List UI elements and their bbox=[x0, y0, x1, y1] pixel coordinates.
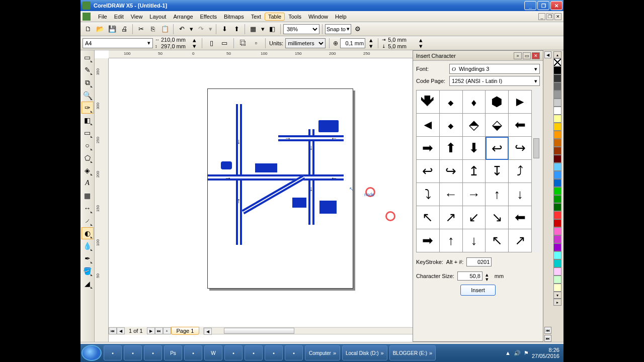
glyph-cell[interactable]: ↗ bbox=[440, 206, 463, 229]
doc-minimize-button[interactable]: _ bbox=[538, 13, 545, 20]
glyph-cell[interactable]: ⤴ bbox=[509, 160, 532, 183]
glyph-cell[interactable]: ⬅ bbox=[509, 206, 532, 229]
menu-file[interactable]: File bbox=[95, 13, 111, 21]
menu-tools[interactable]: Tools bbox=[285, 13, 305, 21]
menu-window[interactable]: Window bbox=[305, 13, 332, 21]
paper-size-select[interactable]: A4▾ bbox=[83, 38, 153, 48]
size-up[interactable]: ▴ bbox=[486, 272, 492, 276]
nudge-down[interactable]: ▾ bbox=[367, 43, 374, 49]
glyph-cell[interactable]: ↪ bbox=[440, 160, 463, 183]
page-prev-button[interactable]: ◀ bbox=[117, 327, 125, 334]
current-page-button[interactable]: ▫ bbox=[251, 38, 262, 49]
glyph-cell[interactable]: 🢃 bbox=[417, 90, 440, 114]
page-add-button[interactable]: + bbox=[163, 327, 171, 334]
cut-button[interactable]: ✂ bbox=[135, 24, 146, 35]
close-button[interactable]: ✕ bbox=[550, 1, 562, 10]
color-swatch[interactable] bbox=[553, 251, 561, 259]
snap-select[interactable]: Snap to ▾ bbox=[325, 24, 351, 34]
glyph-cell[interactable]: ↩ bbox=[417, 160, 440, 183]
width-spinner-down[interactable]: ▾ bbox=[190, 43, 198, 49]
docker-nav-first[interactable]: ⏮ bbox=[544, 327, 551, 334]
nudge-input[interactable] bbox=[340, 38, 365, 48]
glyph-cell[interactable]: ➡ bbox=[417, 137, 440, 160]
dup-x[interactable]: 5,0 mm bbox=[388, 37, 415, 43]
taskbar-label[interactable]: Computer » bbox=[305, 345, 340, 360]
color-swatch[interactable] bbox=[553, 90, 561, 99]
insert-button[interactable]: Insert bbox=[460, 285, 496, 296]
taskbar-app[interactable]: ▪ bbox=[184, 345, 202, 360]
portrait-button[interactable]: ▯ bbox=[206, 38, 217, 49]
glyph-cell[interactable]: ↑ bbox=[440, 229, 463, 252]
canvas-area[interactable]: millimeters 10050050100150200250 3503002… bbox=[95, 50, 564, 342]
page[interactable]: ↓ ↑ → ← ↓ → ← ↓ bbox=[207, 88, 353, 289]
color-swatch[interactable] bbox=[553, 219, 561, 227]
color-swatch[interactable] bbox=[553, 74, 561, 82]
color-swatch[interactable] bbox=[553, 179, 561, 187]
color-swatch[interactable] bbox=[553, 155, 561, 163]
units-select[interactable]: millimeters bbox=[285, 38, 326, 48]
menu-layout[interactable]: Layout bbox=[146, 13, 170, 21]
interactive-fill-tool[interactable]: ◢ bbox=[82, 278, 94, 290]
taskbar-label[interactable]: Local Disk (D:) » bbox=[342, 345, 387, 360]
color-swatch[interactable] bbox=[553, 235, 561, 243]
no-color-swatch[interactable] bbox=[553, 58, 561, 66]
menu-table[interactable]: Table bbox=[265, 13, 285, 21]
system-tray[interactable]: ▲🔊⚑ 8:26 27/05/2016 bbox=[505, 347, 562, 359]
zoom-tool[interactable]: 🔍 bbox=[82, 89, 94, 101]
color-swatch[interactable] bbox=[553, 227, 561, 235]
connector-tool[interactable]: ⟋ bbox=[82, 215, 94, 227]
docker-nav-last[interactable]: ⏭ bbox=[544, 335, 551, 342]
menu-help[interactable]: Help bbox=[332, 13, 350, 21]
eyedropper-tool[interactable]: 💧 bbox=[82, 240, 94, 252]
color-swatch[interactable] bbox=[553, 203, 561, 211]
glyph-cell[interactable]: ⬧ bbox=[463, 90, 486, 114]
copy-button[interactable]: ⎘ bbox=[147, 24, 158, 35]
app-launcher-dropdown[interactable]: ▾ bbox=[260, 24, 266, 35]
docker-collapse-button[interactable]: » bbox=[514, 52, 522, 59]
glyph-cell[interactable]: ⬢ bbox=[486, 90, 509, 114]
glyph-cell[interactable]: ↑ bbox=[486, 183, 509, 206]
export-button[interactable]: ⬆ bbox=[231, 24, 242, 35]
color-swatch[interactable] bbox=[553, 276, 561, 284]
glyph-cell[interactable]: ↪ bbox=[509, 137, 532, 160]
page-next-button[interactable]: ▶ bbox=[147, 327, 155, 334]
dup-y[interactable]: 5,0 mm bbox=[388, 43, 415, 49]
codepage-select[interactable]: 1252 (ANSI - Latin I)▾ bbox=[449, 76, 540, 86]
color-swatch[interactable] bbox=[553, 107, 561, 115]
table-tool[interactable]: ▦ bbox=[82, 190, 94, 202]
glyph-cell[interactable]: ◄ bbox=[417, 114, 440, 137]
page-height[interactable]: 297,0 mm bbox=[161, 43, 188, 49]
color-swatch[interactable] bbox=[553, 147, 561, 155]
font-select[interactable]: OWingdings 3▾ bbox=[449, 64, 540, 74]
page-last-button[interactable]: ⏭ bbox=[155, 327, 163, 334]
color-swatch[interactable] bbox=[553, 267, 561, 276]
options-button[interactable]: ⚙ bbox=[352, 24, 363, 35]
color-swatch[interactable] bbox=[553, 163, 561, 171]
glyph-cell[interactable]: ⬅ bbox=[509, 114, 532, 137]
color-swatch[interactable] bbox=[553, 66, 561, 74]
rectangle-tool[interactable]: ▭ bbox=[82, 127, 94, 139]
glyph-cell[interactable]: ► bbox=[509, 90, 532, 114]
redo-dropdown[interactable]: ▾ bbox=[207, 24, 213, 35]
palette-flyout[interactable]: ▸ bbox=[553, 299, 561, 306]
doc-restore-button[interactable]: ❐ bbox=[546, 13, 553, 20]
glyph-cell[interactable]: ↧ bbox=[486, 160, 509, 183]
keystroke-input[interactable] bbox=[466, 257, 492, 266]
color-swatch[interactable] bbox=[553, 211, 561, 219]
open-button[interactable]: 📂 bbox=[95, 24, 106, 35]
all-pages-button[interactable]: ⿻ bbox=[237, 38, 249, 49]
taskbar-label[interactable]: BLOGGER (E:) » bbox=[389, 345, 436, 360]
color-swatch[interactable] bbox=[553, 115, 561, 123]
taskbar-app[interactable]: W bbox=[204, 345, 222, 360]
app-menu-icon[interactable] bbox=[83, 13, 91, 21]
taskbar-app[interactable]: Ps bbox=[164, 345, 182, 360]
character-grid[interactable]: 🢃⬥⬧⬢►◄⬥⬘⬙⬅➡⬆⬇↩↪↩↪↥↧⤴⤵←→↑↓↖↗↙↘⬅➡↑↓↖↗ bbox=[416, 90, 532, 252]
color-swatch[interactable] bbox=[553, 243, 561, 251]
glyph-cell[interactable]: ↥ bbox=[463, 160, 486, 183]
glyph-cell[interactable]: ← bbox=[440, 183, 463, 206]
taskbar-app[interactable]: ▪ bbox=[245, 345, 263, 360]
char-size-input[interactable] bbox=[457, 272, 482, 281]
glyph-cell[interactable]: ↓ bbox=[509, 183, 532, 206]
grid-scrollbar[interactable] bbox=[533, 88, 540, 252]
page-width[interactable]: 210,0 mm bbox=[161, 37, 188, 43]
